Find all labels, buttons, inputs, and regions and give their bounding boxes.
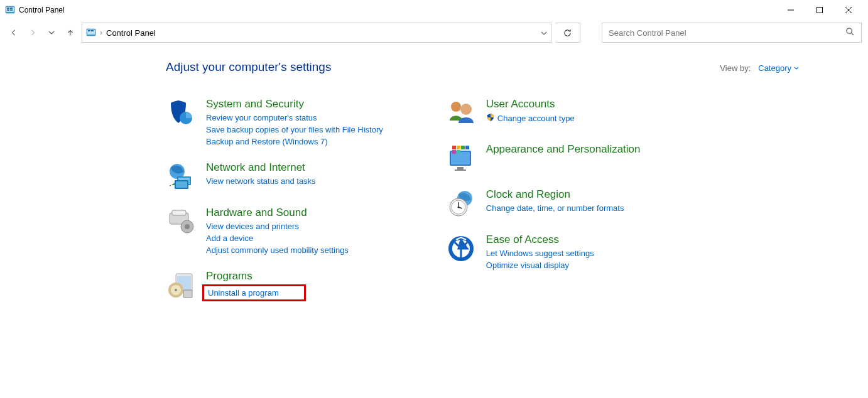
forward-button[interactable] bbox=[25, 25, 40, 40]
window-controls bbox=[776, 1, 863, 19]
minimize-button[interactable] bbox=[776, 1, 805, 19]
back-button[interactable] bbox=[6, 25, 21, 40]
breadcrumb[interactable]: Control Panel bbox=[106, 28, 156, 38]
network-internet-icon bbox=[166, 161, 196, 191]
svg-point-32 bbox=[451, 102, 461, 112]
breadcrumb-separator: › bbox=[100, 28, 102, 37]
category-title[interactable]: Network and Internet bbox=[206, 161, 316, 174]
appearance-icon bbox=[446, 143, 476, 173]
svg-rect-23 bbox=[172, 210, 186, 215]
svg-point-25 bbox=[185, 224, 190, 229]
heading-row: Adjust your computer's settings View by:… bbox=[166, 60, 799, 74]
svg-rect-5 bbox=[10, 9, 13, 11]
link-date-time-formats[interactable]: Change date, time, or number formats bbox=[486, 203, 624, 213]
ease-of-access-icon bbox=[446, 234, 476, 264]
svg-point-49 bbox=[457, 207, 459, 208]
svg-rect-12 bbox=[88, 30, 90, 31]
programs-icon bbox=[166, 270, 196, 300]
svg-rect-13 bbox=[91, 30, 94, 31]
category-network-internet: Network and Internet View network status… bbox=[166, 161, 383, 191]
clock-region-icon bbox=[446, 188, 476, 218]
search-icon[interactable] bbox=[845, 27, 855, 38]
svg-point-30 bbox=[175, 289, 177, 291]
category-title[interactable]: Ease of Access bbox=[486, 234, 594, 246]
category-title[interactable]: User Accounts bbox=[486, 98, 575, 110]
category-title[interactable]: System and Security bbox=[206, 98, 383, 110]
close-button[interactable] bbox=[834, 1, 863, 19]
chevron-down-icon bbox=[794, 67, 799, 70]
svg-rect-36 bbox=[452, 146, 456, 149]
refresh-button[interactable] bbox=[555, 23, 580, 43]
category-column-left: System and Security Review your computer… bbox=[166, 98, 383, 301]
category-appearance-personalization: Appearance and Personalization bbox=[446, 143, 641, 173]
link-change-account-type[interactable]: Change account type bbox=[486, 113, 575, 124]
svg-rect-7 bbox=[817, 8, 823, 13]
page-title: Adjust your computer's settings bbox=[166, 60, 331, 74]
hardware-sound-icon bbox=[166, 207, 196, 237]
category-hardware-sound: Hardware and Sound View devices and prin… bbox=[166, 207, 383, 255]
link-mobility-settings[interactable]: Adjust commonly used mobility settings bbox=[206, 245, 349, 255]
svg-rect-31 bbox=[183, 290, 192, 298]
link-backup-restore[interactable]: Backup and Restore (Windows 7) bbox=[206, 137, 328, 146]
nav-toolbar: › Control Panel bbox=[0, 20, 868, 45]
svg-rect-41 bbox=[457, 150, 460, 154]
address-bar[interactable]: › Control Panel bbox=[82, 23, 551, 43]
window-title: Control Panel bbox=[19, 6, 65, 14]
svg-rect-42 bbox=[457, 167, 464, 169]
svg-point-14 bbox=[847, 28, 852, 33]
link-uninstall-program[interactable]: Uninstall a program bbox=[208, 288, 279, 298]
view-by-label: View by: bbox=[720, 63, 751, 73]
address-dropdown-icon[interactable] bbox=[541, 28, 547, 37]
link-suggest-settings[interactable]: Let Windows suggest settings bbox=[486, 249, 594, 258]
search-input[interactable] bbox=[609, 28, 845, 38]
system-security-icon bbox=[166, 98, 196, 128]
svg-rect-40 bbox=[452, 150, 456, 154]
svg-rect-39 bbox=[465, 146, 469, 149]
svg-rect-2 bbox=[7, 8, 9, 9]
category-programs: Programs Uninstall a program bbox=[166, 270, 383, 301]
view-by-value[interactable]: Category bbox=[758, 63, 799, 73]
svg-rect-4 bbox=[7, 9, 9, 11]
link-file-history[interactable]: Save backup copies of your files with Fi… bbox=[206, 125, 383, 134]
svg-point-33 bbox=[460, 104, 472, 115]
category-title[interactable]: Clock and Region bbox=[486, 188, 624, 201]
category-title[interactable]: Appearance and Personalization bbox=[486, 143, 641, 156]
category-clock-region: Clock and Region Change date, time, or n… bbox=[446, 188, 641, 218]
svg-line-15 bbox=[851, 33, 854, 35]
user-accounts-icon bbox=[446, 98, 476, 128]
svg-rect-43 bbox=[455, 169, 466, 171]
content-area: Adjust your computer's settings View by:… bbox=[0, 45, 868, 301]
highlight-box: Uninstall a program bbox=[202, 284, 306, 301]
control-panel-icon bbox=[86, 28, 96, 38]
category-column-right: User Accounts Change account type bbox=[446, 98, 641, 301]
link-network-status[interactable]: View network status and tasks bbox=[206, 176, 316, 186]
svg-rect-21 bbox=[176, 181, 187, 188]
svg-rect-38 bbox=[461, 146, 465, 149]
link-review-status[interactable]: Review your computer's status bbox=[206, 113, 317, 122]
up-button[interactable] bbox=[63, 25, 78, 40]
view-by-selector: View by: Category bbox=[720, 63, 799, 73]
search-box[interactable] bbox=[602, 23, 862, 43]
svg-rect-3 bbox=[10, 8, 13, 9]
category-system-security: System and Security Review your computer… bbox=[166, 98, 383, 146]
category-user-accounts: User Accounts Change account type bbox=[446, 98, 641, 128]
category-title[interactable]: Programs bbox=[206, 270, 306, 282]
maximize-button[interactable] bbox=[805, 1, 834, 19]
link-optimize-display[interactable]: Optimize visual display bbox=[486, 261, 569, 270]
category-ease-of-access: Ease of Access Let Windows suggest setti… bbox=[446, 234, 641, 270]
link-devices-printers[interactable]: View devices and printers bbox=[206, 222, 299, 231]
svg-rect-37 bbox=[457, 146, 460, 149]
control-panel-icon bbox=[5, 5, 15, 15]
shield-icon bbox=[486, 113, 495, 124]
recent-dropdown-button[interactable] bbox=[44, 25, 59, 40]
category-title[interactable]: Hardware and Sound bbox=[206, 207, 349, 219]
link-add-device[interactable]: Add a device bbox=[206, 234, 253, 243]
titlebar: Control Panel bbox=[0, 0, 868, 20]
